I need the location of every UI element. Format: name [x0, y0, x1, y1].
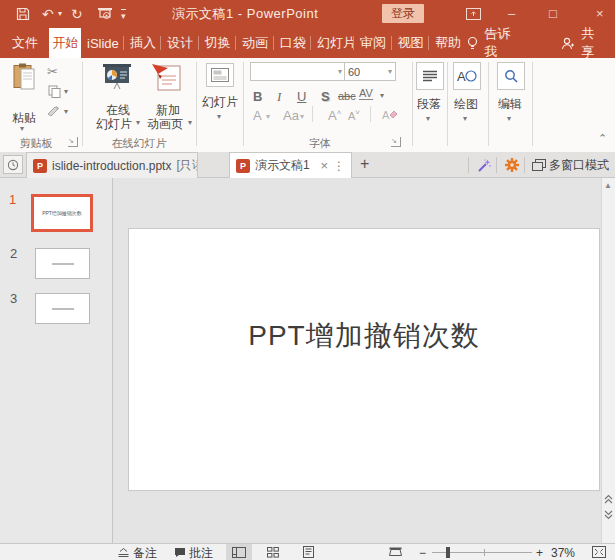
font-name-dropdown-icon[interactable]: ▾	[338, 67, 342, 76]
reading-view-button[interactable]	[296, 544, 320, 560]
slide-title-text[interactable]: PPT增加撤销次数	[129, 317, 599, 355]
online-slides-button-line2[interactable]: 幻灯片	[92, 116, 136, 133]
change-case-dropdown-icon[interactable]: ▾	[300, 112, 304, 121]
tab-transitions[interactable]: 切换	[199, 28, 236, 58]
bold-button[interactable]: B	[253, 89, 262, 104]
format-painter-dropdown-icon[interactable]: ▾	[64, 107, 68, 116]
font-size-dropdown-icon[interactable]: ▾	[388, 67, 392, 76]
maximize-button[interactable]: □	[549, 0, 557, 28]
tab-animations[interactable]: 动画	[236, 28, 273, 58]
tab-more-icon[interactable]: ⋮	[333, 159, 345, 173]
zoom-percentage[interactable]: 37%	[551, 545, 575, 560]
tab-insert[interactable]: 插入	[124, 28, 161, 58]
zoom-slider-thumb[interactable]	[446, 547, 450, 558]
font-dialog-launcher-icon[interactable]: ↘	[391, 137, 401, 147]
normal-view-button[interactable]	[226, 544, 252, 560]
settings-gear-icon[interactable]	[505, 158, 519, 172]
undo-dropdown-icon[interactable]: ▾	[58, 0, 62, 28]
current-slide[interactable]: PPT增加撤销次数	[128, 228, 600, 491]
ribbon-display-options-icon[interactable]	[466, 8, 481, 20]
magic-wand-icon[interactable]	[477, 158, 492, 173]
slideshow-from-start-icon[interactable]	[97, 7, 113, 21]
scroll-up-icon[interactable]: ▲	[604, 181, 612, 190]
tellme-label[interactable]: 告诉我	[485, 25, 521, 61]
slide-layout-icon[interactable]	[206, 63, 234, 87]
font-size-combobox[interactable]: 60 ▾	[344, 62, 396, 81]
slide-thumbnail-3[interactable]	[35, 293, 90, 324]
slide-thumbnail-2[interactable]	[35, 248, 90, 279]
tab-review[interactable]: 审阅	[354, 28, 391, 58]
online-slides-icon[interactable]	[101, 64, 133, 90]
undo-icon[interactable]: ↶	[42, 0, 54, 28]
tab-slideshow[interactable]: 幻灯片	[311, 28, 353, 58]
share-button[interactable]: 共享	[581, 25, 605, 61]
change-case-button[interactable]: Aa	[283, 108, 299, 123]
character-spacing-dropdown-icon[interactable]: ▾	[380, 91, 384, 100]
save-icon[interactable]	[16, 7, 30, 21]
draw-dropdown-icon[interactable]: ▾	[463, 114, 467, 123]
collapse-ribbon-icon[interactable]: ⌃	[598, 132, 607, 145]
fit-to-window-icon[interactable]	[592, 546, 606, 558]
redo-icon[interactable]: ↻	[71, 0, 83, 28]
new-animation-page-dropdown-icon[interactable]: ▾	[188, 118, 192, 127]
text-shadow-button[interactable]: S	[321, 89, 330, 104]
grow-font-button[interactable]: A˄	[328, 108, 341, 123]
tab-islide[interactable]: iSlide	[81, 28, 123, 58]
paste-dropdown-icon[interactable]: ▾	[20, 124, 24, 133]
font-name-combobox[interactable]: ▾	[250, 62, 346, 81]
paste-icon[interactable]	[12, 63, 36, 90]
tab-view[interactable]: 视图	[391, 28, 428, 58]
login-button[interactable]: 登录	[382, 4, 424, 23]
comments-button[interactable]: 批注	[189, 545, 213, 560]
new-animation-page-line2[interactable]: 动画页	[140, 116, 190, 133]
zoom-in-button[interactable]: +	[536, 545, 543, 560]
draw-button[interactable]: 绘图	[442, 96, 490, 113]
slides-dropdown-icon[interactable]: ▾	[217, 112, 221, 121]
doc-tab-active[interactable]: P 演示文稿1 × ⋮	[229, 152, 352, 178]
multi-window-mode-button[interactable]: 多窗口模式	[549, 157, 609, 174]
clipboard-dialog-launcher-icon[interactable]: ↘	[68, 137, 78, 147]
vertical-scrollbar[interactable]: ▲	[601, 178, 615, 543]
copy-dropdown-icon[interactable]: ▾	[64, 87, 68, 96]
minimize-button[interactable]: –	[508, 0, 515, 28]
slides-button[interactable]: 幻灯片	[198, 94, 242, 111]
paragraph-dropdown-icon[interactable]: ▾	[426, 114, 430, 123]
notes-button[interactable]: 备注	[133, 545, 157, 560]
doc-tab-islide-introduction[interactable]: P islide-introduction.pptx [只读]	[26, 152, 198, 178]
tab-home[interactable]: 开始	[49, 28, 82, 58]
new-tab-button[interactable]: +	[360, 155, 369, 173]
draw-icon[interactable]: A	[453, 62, 481, 90]
recent-files-icon[interactable]	[3, 155, 23, 174]
edit-search-icon[interactable]	[497, 62, 525, 90]
slide-thumbnail-1[interactable]: PPT增加撤销次数	[31, 194, 93, 232]
new-animation-page-icon[interactable]	[150, 62, 184, 92]
copy-icon[interactable]	[48, 85, 61, 98]
cut-icon[interactable]: ✂	[47, 64, 58, 79]
strikethrough-button[interactable]: abc	[338, 90, 356, 102]
character-spacing-button[interactable]: AV	[359, 87, 373, 100]
edit-dropdown-icon[interactable]: ▾	[507, 114, 511, 123]
notes-icon	[118, 548, 129, 557]
qat-customize-icon[interactable]: ▾	[121, 9, 126, 20]
zoom-out-button[interactable]: −	[419, 545, 426, 560]
font-color-dropdown-icon[interactable]: ▾	[266, 112, 270, 121]
tab-help[interactable]: 帮助	[429, 28, 466, 58]
format-painter-icon[interactable]	[46, 105, 61, 118]
next-slide-icon[interactable]	[604, 510, 613, 520]
clear-formatting-icon[interactable]: A	[382, 108, 398, 122]
edit-button[interactable]: 编辑	[486, 96, 534, 113]
multi-window-icon[interactable]	[532, 159, 546, 171]
underline-button[interactable]: U	[297, 89, 306, 104]
previous-slide-icon[interactable]	[604, 494, 613, 504]
slide-sorter-view-button[interactable]	[261, 544, 285, 560]
tab-design[interactable]: 设计	[161, 28, 198, 58]
shrink-font-button[interactable]: A˅	[348, 108, 360, 122]
italic-button[interactable]: I	[277, 89, 281, 105]
close-button[interactable]: ×	[596, 0, 604, 28]
paragraph-icon[interactable]	[416, 62, 444, 90]
close-tab-icon[interactable]: ×	[320, 158, 328, 173]
slideshow-view-button[interactable]	[383, 544, 407, 560]
font-color-button[interactable]: A	[253, 108, 262, 123]
tab-pocket[interactable]: 口袋	[274, 28, 311, 58]
tab-file[interactable]: 文件	[0, 28, 49, 58]
